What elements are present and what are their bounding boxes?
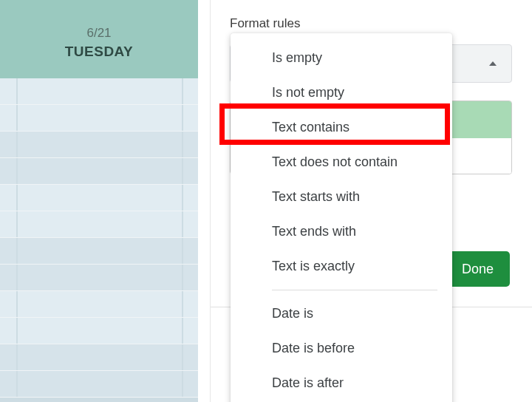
calendar-row[interactable] <box>0 185 198 211</box>
calendar-row[interactable] <box>0 78 198 105</box>
calendar-row[interactable] <box>0 344 198 371</box>
calendar-grid[interactable] <box>0 78 198 402</box>
dropdown-separator <box>272 290 437 290</box>
option-text-is-exactly[interactable]: Text is exactly <box>231 249 452 284</box>
option-is-not-empty[interactable]: Is not empty <box>231 75 452 110</box>
condition-dropdown: Is empty Is not empty Text contains Text… <box>231 33 452 402</box>
option-text-does-not-contain[interactable]: Text does not contain <box>231 145 452 180</box>
calendar-row[interactable] <box>0 371 198 398</box>
chevron-up-icon <box>489 61 497 66</box>
option-date-is-before[interactable]: Date is before <box>231 331 452 366</box>
option-date-is[interactable]: Date is <box>231 296 452 331</box>
option-text-contains[interactable]: Text contains <box>231 110 452 145</box>
calendar-date: 6/21 <box>0 26 198 41</box>
calendar-day-name: TUESDAY <box>0 44 198 60</box>
calendar-header: 6/21 TUESDAY <box>0 0 198 78</box>
option-text-ends-with[interactable]: Text ends with <box>231 214 452 249</box>
calendar-row[interactable] <box>0 291 198 318</box>
calendar-row[interactable] <box>0 238 198 265</box>
panel-title: Format rules <box>230 16 513 31</box>
calendar-row[interactable] <box>0 132 198 158</box>
calendar-row[interactable] <box>0 158 198 185</box>
done-button[interactable]: Done <box>446 251 510 287</box>
calendar-row[interactable] <box>0 265 198 291</box>
calendar-row[interactable] <box>0 105 198 132</box>
calendar-column: 6/21 TUESDAY <box>0 0 198 402</box>
option-text-starts-with[interactable]: Text starts with <box>231 180 452 214</box>
calendar-row[interactable] <box>0 318 198 344</box>
option-date-is-after[interactable]: Date is after <box>231 366 452 401</box>
option-is-empty[interactable]: Is empty <box>231 41 452 75</box>
calendar-row[interactable] <box>0 211 198 238</box>
